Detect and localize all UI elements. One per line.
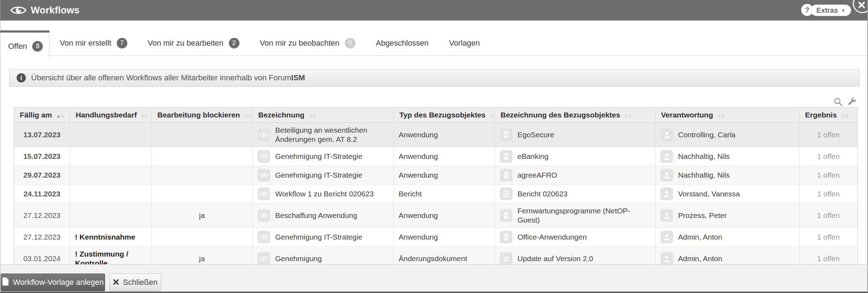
application-icon: [500, 150, 513, 163]
column-header-verantwortung[interactable]: Verantwortung∧∨: [655, 108, 799, 123]
info-banner-text: Übersicht über alle offenen Workflows al…: [31, 73, 305, 82]
cell-text: eBanking: [517, 152, 549, 161]
info-icon: i: [17, 73, 26, 82]
blocked-cell: [152, 166, 253, 185]
tab-label: Von mir zu bearbeiten: [148, 39, 224, 48]
blocked-cell: [152, 185, 253, 203]
eye-icon: [257, 209, 270, 222]
due-date-cell: 24.11.2023: [14, 185, 70, 203]
eye-icon: [257, 231, 270, 243]
column-label: Ergebnis: [805, 111, 837, 119]
object-name-cell: Fernwartungsprogramme (NetOP-Guest): [495, 203, 655, 228]
tab-label: Offen: [8, 42, 27, 51]
cell-text: Vorstand, Vanessa: [678, 189, 740, 199]
column-header-fällig-am[interactable]: Fällig am▲∨: [14, 108, 70, 123]
column-header-bezeichnung-des-bezugsobjektes[interactable]: Bezeichnung des Bezugsobjektes∧∨: [495, 108, 655, 123]
eye-icon: [10, 5, 27, 17]
blocked-cell: [152, 147, 253, 166]
owner-cell: Nachhaltig, Nils: [655, 147, 799, 166]
header-row: Fällig am▲∨Handlungsbedarf∧∨Bearbeitung …: [14, 108, 858, 123]
cell-text: Genehmigung: [275, 254, 322, 263]
sort-icon: ∧∨: [841, 113, 848, 119]
window-close-button[interactable]: [853, 0, 868, 13]
object-name-cell: Bericht 020623: [495, 185, 655, 203]
column-label: Bezeichnung: [258, 111, 305, 119]
owner-cell: Controlling, Carla: [655, 123, 799, 147]
workflow-row[interactable]: 24.11.2023Workflow 1 zu Bericht 020623Be…: [14, 185, 858, 203]
object-name-cell: eBanking: [495, 147, 655, 166]
sort-icon: ∧∨: [717, 113, 724, 119]
tab-von-mir-zu-beobachten[interactable]: Von mir zu beobachten0: [250, 30, 366, 56]
action-needed-cell: [70, 185, 152, 203]
page-title: Workflows: [31, 0, 80, 21]
column-header-typ-des-bezugsobjektes[interactable]: Typ des Bezugsobjektes∧∨: [394, 108, 495, 123]
column-header-handlungsbedarf[interactable]: Handlungsbedarf∧∨: [70, 108, 152, 123]
sort-icon: ∧∨: [141, 113, 148, 119]
eye-icon: [257, 188, 270, 200]
result-cell: 1 offen: [799, 147, 858, 166]
search-icon[interactable]: [833, 97, 843, 108]
blocked-cell: [152, 123, 253, 147]
column-label: Bearbeitung blockieren: [157, 111, 240, 119]
column-header-bezeichnung[interactable]: Bezeichnung∧∨: [253, 108, 394, 123]
tab-von-mir-zu-bearbeiten[interactable]: Von mir zu bearbeiten2: [138, 30, 250, 56]
caret-down-icon: ▼: [841, 8, 845, 13]
person-icon: [660, 128, 673, 141]
workflows-window: Workflows ? Extras ▼ Offen8Von mir erste…: [0, 0, 868, 293]
close-button[interactable]: Schließen: [109, 274, 161, 291]
column-header-ergebnis[interactable]: Ergebnis∧∨: [799, 108, 858, 123]
eye-icon: [257, 252, 270, 265]
cell-text: Workflow 1 zu Bericht 020623: [275, 189, 374, 199]
cell-text: agreeAFRO: [517, 171, 557, 180]
tab-vorlagen[interactable]: Vorlagen: [439, 30, 490, 56]
object-name-cell: EgoSecure: [495, 123, 655, 147]
change-icon: [500, 252, 513, 265]
tab-label: Von mir zu beobachten: [260, 39, 340, 48]
blocked-cell: [152, 228, 253, 247]
workflow-name-cell: Genehmigung IT-Strategie: [253, 166, 394, 185]
tab-offen[interactable]: Offen8: [0, 30, 50, 60]
cell-text: Admin, Anton: [678, 254, 722, 263]
application-icon: [500, 231, 513, 243]
cell-text: Prozess, Peter: [678, 211, 727, 220]
cell-text: Controlling, Carla: [678, 130, 735, 139]
person-icon: [660, 231, 673, 243]
sort-icon: ∧∨: [624, 113, 631, 119]
cell-text: Beteiligung an wesentlichen Änderungen g…: [275, 126, 388, 144]
object-type-cell: Anwendung: [394, 228, 495, 247]
cell-text: Genehmigung IT-Strategie: [275, 152, 362, 161]
person-icon: [660, 209, 673, 222]
sort-icon: ∧∨: [490, 113, 495, 119]
object-type-cell: Anwendung: [394, 123, 495, 147]
workflow-name-cell: Beschaffung Anwendung: [253, 203, 394, 228]
create-workflow-template-button[interactable]: Workflow-Vorlage anlegen: [1, 274, 105, 291]
application-icon: [500, 128, 513, 141]
column-header-bearbeitung-blockieren[interactable]: Bearbeitung blockieren∧∨: [152, 108, 253, 123]
eye-icon: [257, 128, 270, 141]
sort-icon: ∧∨: [309, 113, 316, 119]
tab-von-mir-erstellt[interactable]: Von mir erstellt7: [50, 30, 138, 56]
action-needed-cell: [70, 123, 152, 147]
object-type-cell: Anwendung: [394, 203, 495, 228]
wrench-icon[interactable]: [847, 97, 857, 108]
workflow-name-cell: Genehmigung IT-Strategie: [253, 228, 394, 247]
workflow-row[interactable]: 27.12.2023! KenntnisnahmeGenehmigung IT-…: [14, 228, 858, 247]
workflow-row[interactable]: 15.07.2023Genehmigung IT-StrategieAnwend…: [14, 147, 858, 166]
help-label: ?: [805, 6, 810, 14]
extras-button[interactable]: Extras ▼: [811, 5, 851, 16]
due-date-cell: 13.07.2023: [14, 123, 70, 147]
cell-text: Genehmigung IT-Strategie: [275, 232, 362, 242]
application-icon: [500, 209, 513, 222]
workflow-row[interactable]: 27.12.2023jaBeschaffung AnwendungAnwendu…: [14, 203, 858, 228]
table-header-row: Fällig am▲∨Handlungsbedarf∧∨Bearbeitung …: [14, 108, 858, 123]
object-type-cell: Anwendung: [394, 166, 495, 185]
workflow-row[interactable]: 13.07.2023Beteiligung an wesentlichen Än…: [14, 123, 858, 147]
workflow-row[interactable]: 29.07.2023Genehmigung IT-StrategieAnwend…: [14, 166, 858, 185]
cell-text: Nachhaltig, Nils: [678, 152, 730, 161]
tab-abgeschlossen[interactable]: Abgeschlossen: [366, 30, 439, 56]
due-date-cell: 27.12.2023: [14, 203, 70, 228]
top-bar: Workflows ? Extras ▼: [0, 0, 867, 21]
due-date-cell: 15.07.2023: [14, 147, 70, 166]
cell-text: Admin, Anton: [678, 232, 722, 242]
report-icon: [500, 188, 513, 200]
